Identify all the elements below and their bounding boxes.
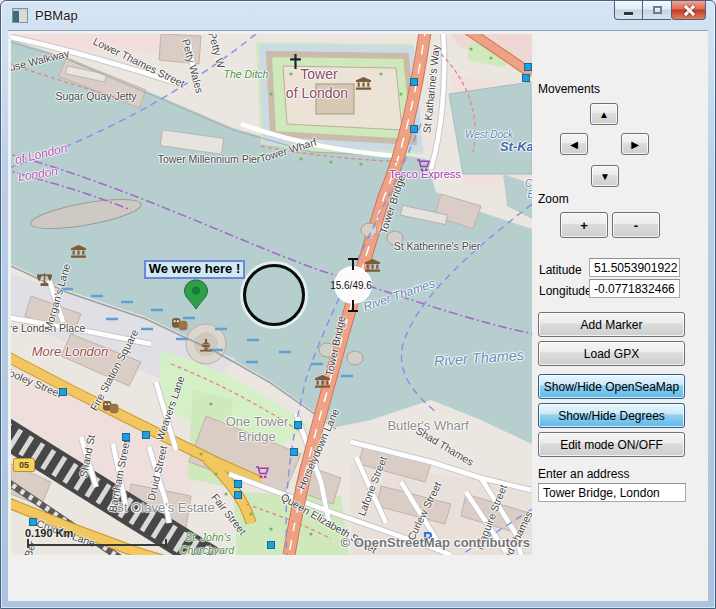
zoom-out-button[interactable]: - <box>612 212 660 238</box>
longitude-label: Longitude <box>539 284 592 298</box>
edit-circle-shape[interactable] <box>243 264 305 326</box>
edit-vertex-handle[interactable] <box>234 491 242 499</box>
up-arrow-icon: ▲ <box>599 109 609 120</box>
move-right-button[interactable]: ▶ <box>621 133 649 155</box>
edit-vertex-handle[interactable] <box>410 125 418 133</box>
left-arrow-icon: ◀ <box>570 139 578 150</box>
latitude-label: Latitude <box>539 263 582 277</box>
edit-vertex-handle[interactable] <box>142 431 150 439</box>
zoom-in-button[interactable]: + <box>560 212 608 238</box>
edit-mode-button[interactable]: Edit mode ON/OFF <box>538 432 685 457</box>
client-area: use WalkwayLower Thames StreetPetty Wale… <box>8 30 708 601</box>
longitude-input[interactable]: -0.0771832466 <box>589 279 680 298</box>
app-window: PBMap <box>0 0 716 609</box>
minimize-button[interactable] <box>614 1 643 20</box>
edit-vertex-handle[interactable] <box>59 388 67 396</box>
map-canvas[interactable]: use WalkwayLower Thames StreetPetty Wale… <box>11 34 532 555</box>
add-marker-button[interactable]: Add Marker <box>538 312 685 337</box>
close-button[interactable] <box>671 1 706 20</box>
maximize-button[interactable] <box>643 1 671 20</box>
edit-vertex-handle[interactable] <box>267 541 275 549</box>
move-left-button[interactable]: ◀ <box>560 133 588 155</box>
control-panel: Movements ▲ ◀ ▶ ▼ Zoom + - Latitude 51.5… <box>538 82 696 532</box>
edit-vertex-handle[interactable] <box>294 421 302 429</box>
edit-vertex-handle[interactable] <box>29 518 37 526</box>
maximize-icon <box>653 6 662 14</box>
map-marker-label[interactable]: We were here ! <box>144 260 245 279</box>
osm-attribution: © OpenStreetMap contributors <box>341 535 530 550</box>
load-gpx-button[interactable]: Load GPX <box>538 341 685 366</box>
move-down-button[interactable]: ▼ <box>591 165 619 187</box>
move-up-button[interactable]: ▲ <box>590 103 618 125</box>
edit-vertex-handle[interactable] <box>524 63 532 71</box>
app-icon <box>12 8 28 23</box>
edit-vertex-handle[interactable] <box>290 448 298 456</box>
route-shield: 05 <box>13 458 35 472</box>
toggle-degrees-button[interactable]: Show/Hide Degrees <box>538 403 685 428</box>
edit-vertex-handle[interactable] <box>410 78 418 86</box>
map-scale-tick-left <box>27 539 29 548</box>
map-scale-tick-right <box>165 539 167 548</box>
map-scale-label: 0.190 Km <box>25 527 73 539</box>
movements-label: Movements <box>538 82 600 96</box>
titlebar[interactable]: PBMap <box>1 1 715 30</box>
edit-vertex-handle[interactable] <box>522 74 530 82</box>
latitude-input[interactable]: 51.5053901922 <box>589 258 680 277</box>
toggle-openseamap-button[interactable]: Show/Hide OpenSeaMap <box>538 374 685 399</box>
right-arrow-icon: ▶ <box>631 139 639 150</box>
zoom-label: Zoom <box>538 192 569 206</box>
down-arrow-icon: ▼ <box>600 171 610 182</box>
close-icon <box>683 5 694 16</box>
minimize-icon <box>624 12 633 15</box>
edit-vertex-handle[interactable] <box>122 433 130 441</box>
address-input[interactable]: Tower Bridge, London <box>538 483 686 502</box>
window-title: PBMap <box>35 8 78 23</box>
edit-vertex-handle[interactable] <box>234 480 242 488</box>
address-label: Enter an address <box>538 467 629 481</box>
map-scale-bar <box>27 544 167 546</box>
map-marker-pin[interactable] <box>183 279 209 314</box>
